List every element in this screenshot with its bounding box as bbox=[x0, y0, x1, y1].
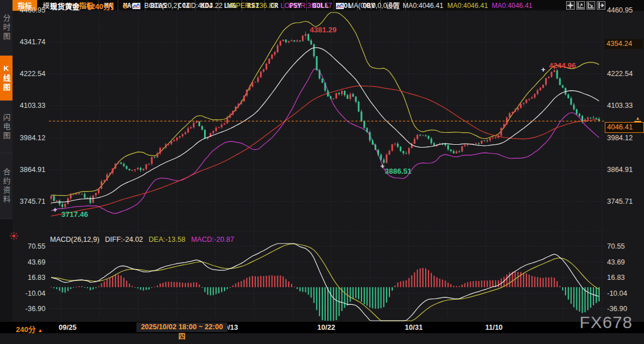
watermark: FX678 bbox=[580, 313, 633, 332]
boll-name: BOLL(20,2) bbox=[144, 2, 180, 10]
down-arrow-marker: ↓ bbox=[304, 34, 307, 40]
boll-lower-value: LOWER:3971.57 bbox=[280, 2, 332, 10]
macd-legend: MACD(26,12,9) DIFF:-24.02 DEA:-13.58 MAC… bbox=[50, 236, 234, 244]
xaxis-label: 11/10 bbox=[485, 324, 503, 332]
sidebar-item-time-chart[interactable]: 分时图 bbox=[0, 0, 13, 56]
xaxis-label: 09/25 bbox=[59, 324, 76, 332]
price-annotation: 3717.46 bbox=[61, 210, 88, 219]
candlestick-chart[interactable] bbox=[0, 0, 644, 344]
price-annotation: 4381.29 bbox=[310, 26, 336, 34]
ma-name: MA(0,0,0,0,0,60) bbox=[348, 2, 398, 10]
macd-name: MACD(26,12,9) bbox=[50, 236, 99, 244]
ma0-magenta-value: MA0:4046.41 bbox=[492, 2, 532, 10]
extreme-cross-marker: + bbox=[541, 65, 546, 74]
chart-type-sidebar: 分时图 K线图 闪电图 合约资料 bbox=[0, 0, 13, 322]
zoom-axis-left-button[interactable] bbox=[576, 1, 585, 10]
down-arrow-marker: ↓ bbox=[49, 199, 52, 205]
ma0-white-value: MA0:4046.41 bbox=[403, 2, 443, 10]
xaxis-label: 10/22 bbox=[317, 324, 335, 332]
boll-upper-value: UPPER:4236.88 bbox=[226, 2, 276, 10]
xaxis-strip: 240分 ▲ 09/2510/1310/2210/3111/10 2025/10… bbox=[0, 322, 644, 333]
sidebar-item-lightning-chart[interactable]: 闪电图 bbox=[0, 101, 13, 153]
extreme-cross-marker: + bbox=[380, 162, 385, 170]
xaxis-label: 10/31 bbox=[405, 324, 422, 332]
period-badge: 【240分】 bbox=[84, 1, 118, 11]
pan-to-latest-button[interactable] bbox=[597, 1, 605, 10]
indicator-alert-icon[interactable] bbox=[10, 232, 18, 240]
down-arrow-marker: ↓ bbox=[308, 36, 311, 43]
boll-indicator-icon bbox=[132, 3, 140, 9]
macd-diff-value: DIFF:-24.02 bbox=[105, 236, 143, 244]
chart-window-controls bbox=[566, 1, 605, 10]
boll-mid-value: MID:4104.22 bbox=[184, 2, 223, 10]
zoom-axis-right-button[interactable] bbox=[587, 1, 595, 10]
sidebar-item-candle-chart[interactable]: K线图 bbox=[0, 56, 13, 101]
period-text: 240分 bbox=[16, 325, 36, 334]
trading-app-window: 现货黄金 【240分】 ⊕ BOLL(20,2) MID:4104.22 UPP… bbox=[0, 0, 644, 344]
compare-icon[interactable]: ⊕ bbox=[122, 2, 128, 10]
crosshair-datetime-badge: 2025/10/02 18:00 ~ 22:00 四 bbox=[136, 322, 227, 332]
ma-indicator-icon bbox=[336, 3, 344, 9]
extreme-cross-marker: + bbox=[53, 205, 57, 214]
period-selector[interactable]: 240分 ▲ bbox=[16, 324, 43, 334]
macd-dea-value: DEA:-13.58 bbox=[149, 236, 186, 244]
price-annotation: 3886.51 bbox=[385, 167, 412, 175]
macd-macd-value: MACD:-20.87 bbox=[191, 236, 234, 244]
sidebar-item-contract-info[interactable]: 合约资料 bbox=[0, 153, 13, 219]
chevron-up-icon: ▲ bbox=[38, 328, 43, 333]
ma0-yellow-value: MA0:4046.41 bbox=[447, 2, 488, 10]
price-annotation: 4244.96 bbox=[549, 61, 576, 70]
move-crosshair-button[interactable] bbox=[566, 1, 575, 10]
price-direction-arrow-icon: ▲ bbox=[634, 116, 641, 122]
symbol-name: 现货黄金 bbox=[50, 1, 80, 11]
topbar: 现货黄金 【240分】 ⊕ BOLL(20,2) MID:4104.22 UPP… bbox=[0, 0, 644, 11]
